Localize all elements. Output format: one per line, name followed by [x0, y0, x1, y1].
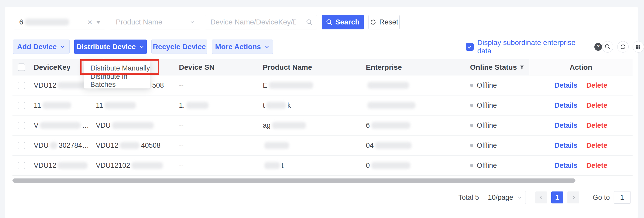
- filter-icon[interactable]: [519, 65, 525, 70]
- column-label: Product Name: [263, 63, 312, 72]
- redacted-value: [371, 162, 410, 169]
- recycle-device-button[interactable]: Recycle Device: [151, 40, 207, 54]
- row-checkbox[interactable]: [18, 82, 25, 89]
- status-text: Offline: [477, 162, 497, 170]
- redacted-value: [105, 102, 136, 109]
- row-checkbox[interactable]: [18, 102, 25, 109]
- devicesn-cell: --: [176, 156, 259, 175]
- table-row: VDU302784…VDU1240508--04OfflineDetailsDe…: [12, 136, 633, 156]
- devicekey-cell: VDU12: [30, 156, 92, 175]
- details-link[interactable]: Details: [554, 81, 578, 89]
- row-checkbox[interactable]: [18, 142, 25, 149]
- cell-text: VDU12102: [96, 162, 130, 170]
- redacted-value: [269, 82, 313, 89]
- enterprise-cell: 6: [363, 116, 467, 135]
- enterprise-cell: [363, 75, 467, 95]
- offline-status-icon: [470, 104, 473, 107]
- checkbox-cell: [12, 75, 30, 95]
- add-device-label: Add Device: [17, 43, 57, 51]
- status-text: Offline: [477, 121, 497, 130]
- subordinate-label[interactable]: Display subordinate enterprise data: [477, 39, 591, 55]
- cell-text: V: [34, 121, 38, 130]
- devicename-cell: VDU1240508: [92, 136, 176, 155]
- goto-page-input[interactable]: [614, 191, 631, 204]
- enterprise-select[interactable]: 6 ×: [14, 15, 105, 29]
- delete-link[interactable]: Delete: [586, 121, 607, 130]
- checkbox-cell: [12, 136, 30, 155]
- productname-cell: tk: [259, 95, 363, 115]
- table-body: VDU12508--EOfflineDetailsDelete11111.tkO…: [12, 75, 633, 176]
- devicekey-cell: V…: [30, 116, 92, 135]
- details-link[interactable]: Details: [554, 121, 578, 130]
- filter-bar: 6 × Product Name Search Reset: [14, 15, 400, 29]
- header-cell: Enterprise: [363, 59, 467, 75]
- checkbox-cell: [12, 95, 30, 115]
- details-link[interactable]: Details: [554, 101, 578, 110]
- offline-status-icon: [470, 84, 473, 87]
- redacted-value: [367, 82, 409, 89]
- cell-text: 11: [96, 101, 103, 110]
- reset-button[interactable]: Reset: [368, 15, 400, 29]
- help-icon[interactable]: ?: [594, 43, 602, 51]
- status-cell: Offline: [467, 116, 529, 135]
- delete-link[interactable]: Delete: [586, 81, 607, 89]
- search-button[interactable]: Search: [322, 15, 364, 29]
- offline-status-icon: [470, 144, 473, 147]
- details-link[interactable]: Details: [554, 142, 578, 150]
- device-search-field: [205, 15, 317, 29]
- more-actions-button[interactable]: More Actions: [212, 40, 273, 54]
- distribute-dropdown-menu: Distribute Manually Distribute in Batche…: [84, 60, 150, 88]
- horizontal-scrollbar[interactable]: [12, 178, 575, 183]
- search-icon: [605, 44, 611, 50]
- details-link[interactable]: Details: [554, 162, 578, 170]
- chevron-right-icon: [571, 195, 576, 200]
- subordinate-checkbox[interactable]: [466, 43, 474, 51]
- more-actions-label: More Actions: [215, 43, 261, 51]
- chevron-down-icon: [190, 19, 195, 25]
- redacted-value: [112, 122, 154, 129]
- delete-link[interactable]: Delete: [586, 162, 607, 170]
- device-search-input[interactable]: [210, 18, 296, 26]
- clear-icon[interactable]: ×: [87, 18, 92, 27]
- add-device-button[interactable]: Add Device: [13, 40, 70, 54]
- productname-cell: t: [259, 156, 363, 175]
- checkbox-cell: [12, 156, 30, 175]
- table-refresh-button[interactable]: [617, 41, 629, 53]
- row-checkbox[interactable]: [18, 122, 25, 129]
- row-checkbox[interactable]: [18, 162, 25, 169]
- prev-page-button[interactable]: [535, 191, 547, 203]
- search-icon: [326, 19, 333, 25]
- cell-text: 0: [366, 162, 370, 170]
- cell-text: 302784…: [59, 142, 89, 150]
- cell-text: 04: [366, 142, 374, 150]
- redacted-value: [132, 162, 163, 169]
- column-label: Enterprise: [366, 63, 402, 72]
- devicesn-cell: --: [176, 116, 259, 135]
- status-text: Offline: [477, 81, 497, 89]
- page-size-select[interactable]: 10/page: [485, 191, 526, 204]
- cell-text: --: [179, 142, 184, 150]
- productname-cell: ag: [259, 116, 363, 135]
- column-settings-button[interactable]: [633, 41, 644, 53]
- next-page-button[interactable]: [567, 191, 579, 203]
- cell-text: VDU12: [96, 142, 118, 150]
- table-search-button[interactable]: [602, 41, 613, 53]
- redacted-value: [367, 102, 415, 109]
- distribute-device-button[interactable]: Distribute Device: [74, 40, 147, 54]
- cell-text: 6: [366, 121, 370, 130]
- product-name-select[interactable]: Product Name: [110, 15, 200, 29]
- redacted-value: [40, 122, 81, 129]
- recycle-device-label: Recycle Device: [153, 43, 206, 51]
- menu-item-distribute-in-batches[interactable]: Distribute in Batches: [84, 74, 150, 87]
- chevron-down-icon: [139, 44, 145, 50]
- cell-text: --: [179, 81, 184, 89]
- devicekey-cell: VDU12: [30, 75, 92, 95]
- table-row: VDU12VDU12102--t0OfflineDetailsDelete: [12, 156, 633, 176]
- cell-text: E: [263, 81, 267, 89]
- delete-link[interactable]: Delete: [586, 101, 607, 110]
- page-number-button[interactable]: 1: [551, 191, 563, 203]
- select-all-checkbox[interactable]: [18, 63, 25, 71]
- redacted-value: [371, 122, 410, 129]
- total-count: Total 5: [458, 194, 479, 202]
- delete-link[interactable]: Delete: [586, 142, 607, 150]
